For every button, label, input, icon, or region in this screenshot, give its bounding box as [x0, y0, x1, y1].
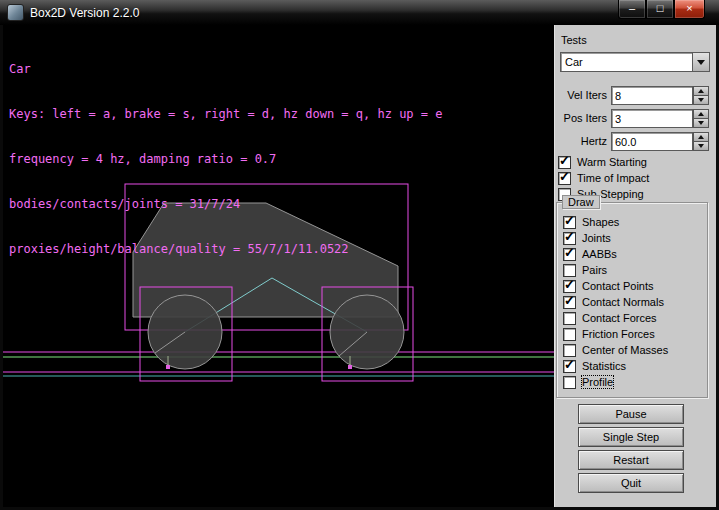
- pause-button[interactable]: Pause: [578, 404, 684, 424]
- check-icon[interactable]: [563, 248, 576, 261]
- app-window: Box2D Version 2.2.0 – □ ×: [0, 0, 719, 510]
- vel-iters-arrows: [693, 86, 709, 105]
- vel-iters-down-button[interactable]: [693, 96, 709, 105]
- tests-label: Tests: [561, 34, 587, 46]
- pos-iters-field: [611, 109, 693, 128]
- checkbox-label[interactable]: Warm Starting: [577, 156, 647, 168]
- test-select-dropdown[interactable]: Car: [560, 52, 710, 72]
- checkbox-label[interactable]: Contact Forces: [582, 312, 657, 324]
- draw-group-items: Shapes Joints AABBs Pairs: [557, 203, 707, 389]
- check-icon[interactable]: [563, 232, 576, 245]
- vel-iters-field: [611, 86, 693, 105]
- maximize-button[interactable]: □: [646, 0, 674, 19]
- debug-line-proxies: proxies/height/balance/quality = 55/7/1/…: [9, 242, 442, 257]
- app-icon: [7, 4, 24, 21]
- check-icon[interactable]: [563, 328, 576, 341]
- control-panel: Tests Car Vel Iters Pos Iters: [554, 25, 716, 507]
- check-icon[interactable]: [563, 312, 576, 325]
- chevron-down-icon: [697, 60, 705, 65]
- arrow-up-icon: [698, 89, 704, 93]
- checkbox-label[interactable]: Profile: [582, 376, 613, 388]
- pos-iters-down-button[interactable]: [693, 119, 709, 128]
- vel-iters-label: Vel Iters: [554, 89, 607, 101]
- debug-line-stats: bodies/contacts/joints = 31/7/24: [9, 197, 442, 212]
- check-icon[interactable]: [563, 360, 576, 373]
- checkbox-friction-forces[interactable]: Friction Forces: [563, 327, 707, 341]
- check-icon[interactable]: [558, 156, 571, 169]
- titlebar[interactable]: Box2D Version 2.2.0 – □ ×: [0, 0, 719, 25]
- checkbox-statistics[interactable]: Statistics: [563, 359, 707, 373]
- hertz-label: Hertz: [554, 135, 607, 147]
- checkbox-label[interactable]: Friction Forces: [582, 328, 655, 340]
- hertz-up-button[interactable]: [693, 132, 709, 142]
- checkbox-shapes[interactable]: Shapes: [563, 215, 707, 229]
- test-select-value: Car: [561, 56, 692, 68]
- pos-iters-label: Pos Iters: [554, 112, 607, 124]
- vel-iters-up-button[interactable]: [693, 86, 709, 96]
- debug-line-test-name: Car: [9, 62, 442, 77]
- checkbox-label[interactable]: Contact Points: [582, 280, 654, 292]
- checkbox-contact-normals[interactable]: Contact Normals: [563, 295, 707, 309]
- draw-group-title: Draw: [562, 195, 600, 209]
- checkbox-warm-starting[interactable]: Warm Starting: [558, 155, 647, 169]
- checkbox-time-of-impact[interactable]: Time of Impact: [558, 171, 649, 185]
- vel-iters-input[interactable]: [612, 87, 692, 104]
- debug-text-overlay: Car Keys: left = a, brake = s, right = d…: [9, 32, 442, 287]
- quit-button[interactable]: Quit: [578, 473, 684, 493]
- restart-button[interactable]: Restart: [578, 450, 684, 470]
- test-select-arrow-button[interactable]: [692, 53, 709, 71]
- window-content: Car Keys: left = a, brake = s, right = d…: [3, 25, 716, 507]
- checkbox-label[interactable]: Shapes: [582, 216, 619, 228]
- pos-iters-input[interactable]: [612, 110, 692, 127]
- checkbox-label[interactable]: Pairs: [582, 264, 607, 276]
- draw-group: Draw Shapes Joints AABBs: [556, 202, 708, 398]
- pos-iters-spinner: Pos Iters: [554, 109, 710, 128]
- right-contact-point: [348, 365, 352, 369]
- check-icon[interactable]: [563, 344, 576, 357]
- checkbox-contact-points[interactable]: Contact Points: [563, 279, 707, 293]
- check-icon[interactable]: [563, 280, 576, 293]
- pos-iters-up-button[interactable]: [693, 109, 709, 119]
- pos-iters-arrows: [693, 109, 709, 128]
- arrow-down-icon: [698, 144, 704, 148]
- single-step-button[interactable]: Single Step: [578, 427, 684, 447]
- hertz-input[interactable]: [612, 133, 692, 150]
- debug-line-keys: Keys: left = a, brake = s, right = d, hz…: [9, 107, 442, 122]
- debug-line-frequency: frequency = 4 hz, damping ratio = 0.7: [9, 152, 442, 167]
- checkbox-label[interactable]: Contact Normals: [582, 296, 664, 308]
- arrow-up-icon: [698, 135, 704, 139]
- checkbox-label[interactable]: AABBs: [582, 248, 617, 260]
- arrow-down-icon: [698, 98, 704, 102]
- left-contact-point: [166, 365, 170, 369]
- checkbox-center-of-masses[interactable]: Center of Masses: [563, 343, 707, 357]
- hertz-field: [611, 132, 693, 151]
- checkbox-profile[interactable]: Profile: [563, 375, 707, 389]
- vel-iters-spinner: Vel Iters: [554, 86, 710, 105]
- checkbox-label[interactable]: Statistics: [582, 360, 626, 372]
- check-icon[interactable]: [563, 264, 576, 277]
- window-controls: – □ ×: [618, 0, 705, 19]
- hertz-arrows: [693, 132, 709, 151]
- checkbox-label[interactable]: Joints: [582, 232, 611, 244]
- check-icon[interactable]: [563, 296, 576, 309]
- hertz-spinner: Hertz: [554, 132, 710, 151]
- checkbox-joints[interactable]: Joints: [563, 231, 707, 245]
- checkbox-aabbs[interactable]: AABBs: [563, 247, 707, 261]
- checkbox-contact-forces[interactable]: Contact Forces: [563, 311, 707, 325]
- checkbox-label[interactable]: Center of Masses: [582, 344, 668, 356]
- hertz-down-button[interactable]: [693, 142, 709, 151]
- arrow-down-icon: [698, 121, 704, 125]
- check-icon[interactable]: [563, 216, 576, 229]
- arrow-up-icon: [698, 112, 704, 116]
- checkbox-pairs[interactable]: Pairs: [563, 263, 707, 277]
- checkbox-label[interactable]: Time of Impact: [577, 172, 649, 184]
- check-icon[interactable]: [563, 376, 576, 389]
- check-icon[interactable]: [558, 172, 571, 185]
- window-title: Box2D Version 2.2.0: [30, 6, 139, 20]
- simulation-canvas[interactable]: Car Keys: left = a, brake = s, right = d…: [3, 25, 554, 507]
- close-button[interactable]: ×: [674, 0, 705, 19]
- minimize-button[interactable]: –: [618, 0, 646, 19]
